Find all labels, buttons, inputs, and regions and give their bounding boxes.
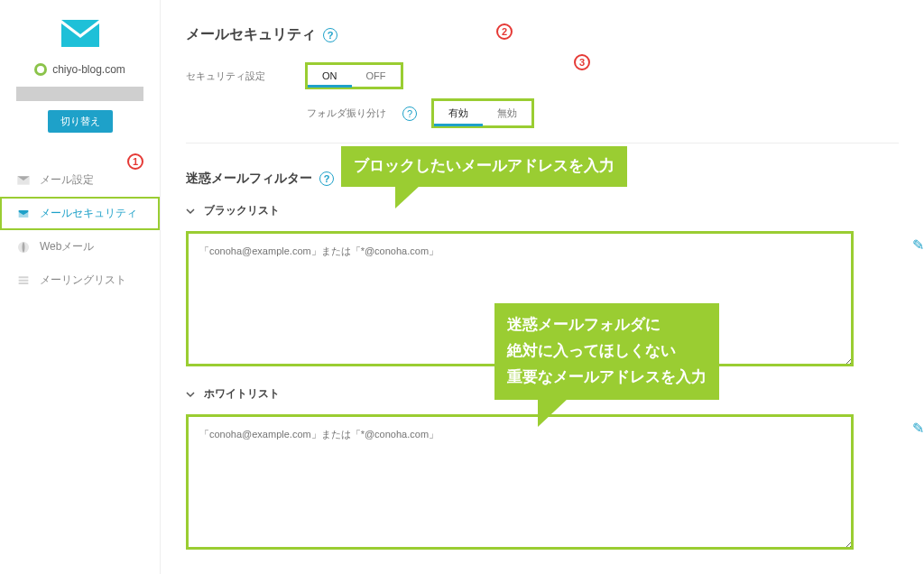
callout-text: ブロックしたいメールアドレスを入力 <box>354 157 614 174</box>
chevron-down-icon <box>186 207 195 216</box>
callout-text: 重要なメールアドレスを入力 <box>507 365 707 391</box>
security-on-button[interactable]: ON <box>308 65 352 87</box>
divider <box>186 143 899 144</box>
mail-icon <box>0 18 160 52</box>
placeholder-bar <box>16 87 143 101</box>
sidebar-item-webmail[interactable]: Webメール <box>0 230 160 264</box>
edit-icon[interactable]: ✎ <box>912 420 924 437</box>
security-off-button[interactable]: OFF <box>352 65 401 87</box>
folder-sort-row: フォルダ振り分け ? 有効 無効 <box>307 100 899 126</box>
status-dot-icon <box>34 63 47 76</box>
site-name: chiyo-blog.com <box>0 63 160 76</box>
help-icon[interactable]: ? <box>319 171 334 186</box>
spam-filter-title: 迷惑メールフィルター <box>186 171 312 187</box>
callout-tail <box>538 398 568 427</box>
site-name-text: chiyo-blog.com <box>52 63 125 76</box>
sidebar-item-mailing-list[interactable]: メーリングリスト <box>0 264 160 297</box>
sidebar-item-label: メール設定 <box>40 172 94 188</box>
blacklist-header[interactable]: ブラックリスト <box>186 203 899 218</box>
callout-tail <box>395 185 420 208</box>
switch-button[interactable]: 切り替え <box>48 110 113 133</box>
chevron-down-icon <box>186 390 195 399</box>
whitelist-label: ホワイトリスト <box>204 386 280 402</box>
callout-blacklist: ブロックしたいメールアドレスを入力 <box>341 146 627 187</box>
security-setting-label: セキュリティ設定 <box>186 69 285 83</box>
security-toggle: ON OFF <box>307 64 402 88</box>
globe-icon <box>16 240 31 255</box>
sidebar-item-mail-security[interactable]: メールセキュリティ <box>0 197 160 230</box>
edit-icon[interactable]: ✎ <box>912 236 924 254</box>
shield-mail-icon <box>16 207 31 221</box>
security-setting-row: セキュリティ設定 ON OFF <box>186 64 899 88</box>
help-icon[interactable]: ? <box>323 28 337 42</box>
list-icon <box>16 273 31 288</box>
sidebar-item-label: Webメール <box>40 239 94 255</box>
whitelist-area: ✎ <box>186 414 899 553</box>
help-icon[interactable]: ? <box>402 106 417 121</box>
main-content: メールセキュリティ ? 2 セキュリティ設定 ON OFF 3 フォルダ振り分け… <box>161 0 924 574</box>
callout-text: 絶対に入ってほしくない <box>507 338 707 365</box>
annotation-number-2: 2 <box>496 23 513 40</box>
page-title-row: メールセキュリティ ? <box>186 25 899 44</box>
gear-mail-icon <box>16 173 31 188</box>
sidebar-nav: メール設定 メールセキュリティ Webメール メーリングリスト <box>0 163 160 297</box>
sidebar-item-label: メーリングリスト <box>40 273 126 288</box>
folder-enabled-button[interactable]: 有効 <box>434 101 483 125</box>
blacklist-label: ブラックリスト <box>204 203 280 218</box>
folder-sort-toggle: 有効 無効 <box>433 100 532 126</box>
callout-whitelist: 迷惑メールフォルダに 絶対に入ってほしくない 重要なメールアドレスを入力 <box>494 303 719 400</box>
callout-text: 迷惑メールフォルダに <box>507 312 707 338</box>
annotation-number-3: 3 <box>574 54 590 70</box>
sidebar: chiyo-blog.com 切り替え メール設定 メールセキュリティ Webメ… <box>0 0 161 574</box>
folder-sort-label: フォルダ振り分け <box>307 106 386 120</box>
whitelist-textarea[interactable] <box>186 414 854 550</box>
sidebar-item-label: メールセキュリティ <box>40 206 137 221</box>
folder-disabled-button[interactable]: 無効 <box>483 101 531 125</box>
page-title: メールセキュリティ <box>186 25 316 44</box>
annotation-number-1: 1 <box>127 153 143 170</box>
